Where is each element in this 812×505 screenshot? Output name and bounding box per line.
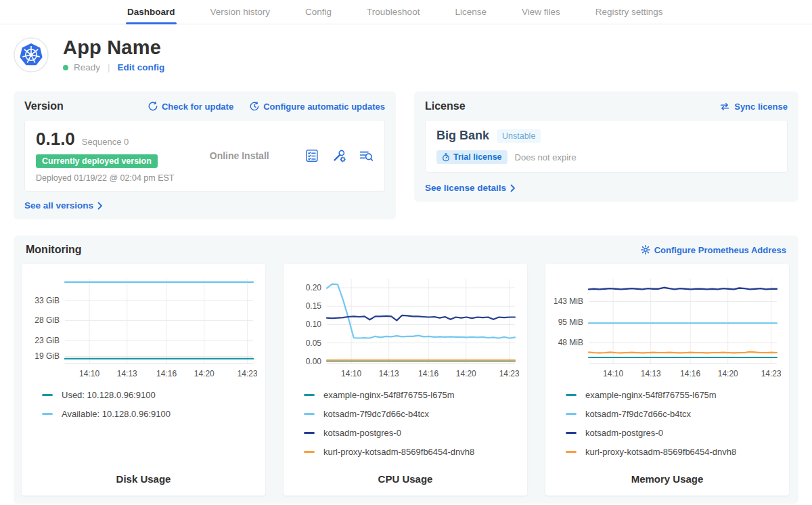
legend-item: kotsadm-7f9dc7d66c-b4tcx xyxy=(304,409,527,419)
memory-usage-chart-card: 14:1014:1314:1614:2014:23143 MiB95 MiB48… xyxy=(545,264,789,496)
top-navigation: Dashboard Version history Config Trouble… xyxy=(0,0,812,24)
app-header: App Name Ready | Edit config xyxy=(14,37,798,72)
version-card: Version Check for update Configure autom… xyxy=(14,91,396,219)
disk-usage-chart: 14:1014:1314:1614:2014:2333 GiB28 GiB23 … xyxy=(30,273,257,382)
app-title: App Name xyxy=(63,37,164,58)
cpu-usage-title: CPU Usage xyxy=(284,473,527,485)
svg-text:14:13: 14:13 xyxy=(117,369,137,378)
svg-text:14:20: 14:20 xyxy=(194,369,215,378)
tab-view-files[interactable]: View files xyxy=(520,0,562,24)
tab-dashboard[interactable]: Dashboard xyxy=(126,0,177,24)
preflight-checks-icon[interactable] xyxy=(304,148,319,163)
svg-text:14:13: 14:13 xyxy=(379,369,399,378)
svg-text:14:10: 14:10 xyxy=(603,369,623,378)
tab-config[interactable]: Config xyxy=(304,0,333,24)
sync-icon xyxy=(719,102,730,111)
svg-text:0.00: 0.00 xyxy=(306,357,322,366)
license-customer-name: Big Bank xyxy=(436,129,489,143)
legend-swatch xyxy=(304,413,315,415)
monitoring-heading: Monitoring xyxy=(26,244,82,256)
legend-swatch xyxy=(566,451,577,453)
svg-text:19 GiB: 19 GiB xyxy=(35,352,60,361)
configure-prometheus-link[interactable]: Configure Prometheus Address xyxy=(641,245,786,255)
svg-text:14:16: 14:16 xyxy=(156,369,177,378)
memory-usage-title: Memory Usage xyxy=(545,473,789,485)
see-all-versions-link[interactable]: See all versions xyxy=(24,200,103,211)
legend-swatch xyxy=(566,432,577,434)
trial-license-badge: Trial license xyxy=(436,150,508,164)
tab-troubleshoot[interactable]: Troubleshoot xyxy=(365,0,421,24)
svg-text:14:16: 14:16 xyxy=(418,369,438,378)
app-status: Ready xyxy=(74,62,100,72)
license-expiry: Does not expire xyxy=(515,152,577,162)
see-license-details-link[interactable]: See license details xyxy=(425,183,516,193)
license-details-box: Big Bank Unstable Trial license Does not… xyxy=(425,120,788,173)
current-version-box: 0.1.0 Sequence 0 Currently deployed vers… xyxy=(24,120,385,192)
svg-text:14:13: 14:13 xyxy=(641,369,661,378)
legend-item: example-nginx-54f8f76755-l675m xyxy=(304,390,527,400)
svg-text:28 GiB: 28 GiB xyxy=(35,316,60,326)
version-info: 0.1.0 Sequence 0 Currently deployed vers… xyxy=(36,129,174,183)
configure-wrench-gear-icon[interactable] xyxy=(332,148,346,163)
install-type-label: Online Install xyxy=(210,150,269,161)
legend-swatch xyxy=(566,413,577,415)
divider: | xyxy=(106,62,112,72)
legend-item: kotsadm-7f9dc7d66c-b4tcx xyxy=(566,409,789,419)
svg-text:14:10: 14:10 xyxy=(341,369,361,378)
edit-config-link[interactable]: Edit config xyxy=(118,62,165,72)
disk-usage-chart-card: 14:1014:1314:1614:2014:2333 GiB28 GiB23 … xyxy=(22,264,265,496)
tab-registry-settings[interactable]: Registry settings xyxy=(594,0,664,24)
chevron-right-icon xyxy=(97,202,103,210)
legend-item: kotsadm-postgres-0 xyxy=(566,428,789,438)
currently-deployed-badge: Currently deployed version xyxy=(36,154,158,168)
svg-text:143 MiB: 143 MiB xyxy=(554,297,583,307)
svg-text:14:23: 14:23 xyxy=(761,369,781,378)
svg-text:14:23: 14:23 xyxy=(238,369,257,378)
ready-status-dot xyxy=(63,65,68,70)
legend-swatch xyxy=(304,394,315,396)
svg-text:14:23: 14:23 xyxy=(499,369,519,378)
legend-item: kotsadm-postgres-0 xyxy=(304,428,527,438)
refresh-icon xyxy=(148,102,158,111)
channel-badge: Unstable xyxy=(497,129,541,143)
stopwatch-icon xyxy=(442,153,450,162)
deployed-timestamp: Deployed 01/19/22 @ 02:04 pm EST xyxy=(36,173,174,183)
legend-swatch xyxy=(304,432,315,434)
app-header-text: App Name Ready | Edit config xyxy=(63,37,164,72)
svg-text:14:10: 14:10 xyxy=(79,369,99,378)
cpu-usage-chart: 14:1014:1314:1614:2014:230.200.150.100.0… xyxy=(292,273,519,382)
legend-swatch xyxy=(42,394,53,396)
dashboard-page: App Name Ready | Edit config Version Che… xyxy=(0,37,812,504)
legend-item: Available: 10.128.0.96:9100 xyxy=(42,409,265,419)
legend-item: kurl-proxy-kotsadm-8569fb6454-dnvh8 xyxy=(304,447,527,457)
memory-usage-chart: 14:1014:1314:1614:2014:23143 MiB95 MiB48… xyxy=(554,273,781,382)
legend-swatch xyxy=(566,394,577,396)
version-sequence: Sequence 0 xyxy=(82,137,129,147)
svg-text:14:20: 14:20 xyxy=(456,369,476,378)
monitoring-card: Monitoring Configure Prometheus Address … xyxy=(14,236,798,504)
cpu-usage-chart-card: 14:1014:1314:1614:2014:230.200.150.100.0… xyxy=(284,264,527,496)
view-logs-icon[interactable] xyxy=(359,148,374,163)
cpu-usage-legend: example-nginx-54f8f76755-l675m kotsadm-7… xyxy=(304,390,527,466)
legend-item: kurl-proxy-kotsadm-8569fb6454-dnvh8 xyxy=(566,447,789,457)
svg-text:48 MiB: 48 MiB xyxy=(558,338,583,348)
sync-license-link[interactable]: Sync license xyxy=(719,102,788,112)
svg-text:0.15: 0.15 xyxy=(306,302,322,311)
version-heading: Version xyxy=(24,100,64,112)
license-card: License Sync license Big Bank Unstable xyxy=(414,91,798,202)
legend-item: example-nginx-54f8f76755-l675m xyxy=(566,390,789,400)
legend-swatch xyxy=(304,451,315,453)
svg-text:14:20: 14:20 xyxy=(718,369,738,378)
svg-text:14:16: 14:16 xyxy=(680,369,700,378)
svg-text:23 GiB: 23 GiB xyxy=(35,336,60,345)
legend-swatch xyxy=(42,413,53,415)
check-for-update-link[interactable]: Check for update xyxy=(148,102,233,112)
svg-text:95 MiB: 95 MiB xyxy=(558,318,583,328)
svg-text:0.05: 0.05 xyxy=(306,338,322,348)
memory-usage-legend: example-nginx-54f8f76755-l675m kotsadm-7… xyxy=(566,390,789,466)
configure-automatic-updates-link[interactable]: Configure automatic updates xyxy=(250,102,385,112)
disk-usage-title: Disk Usage xyxy=(22,473,265,485)
tab-version-history[interactable]: Version history xyxy=(209,0,272,24)
auto-update-clock-icon xyxy=(250,102,259,111)
tab-license[interactable]: License xyxy=(453,0,488,24)
